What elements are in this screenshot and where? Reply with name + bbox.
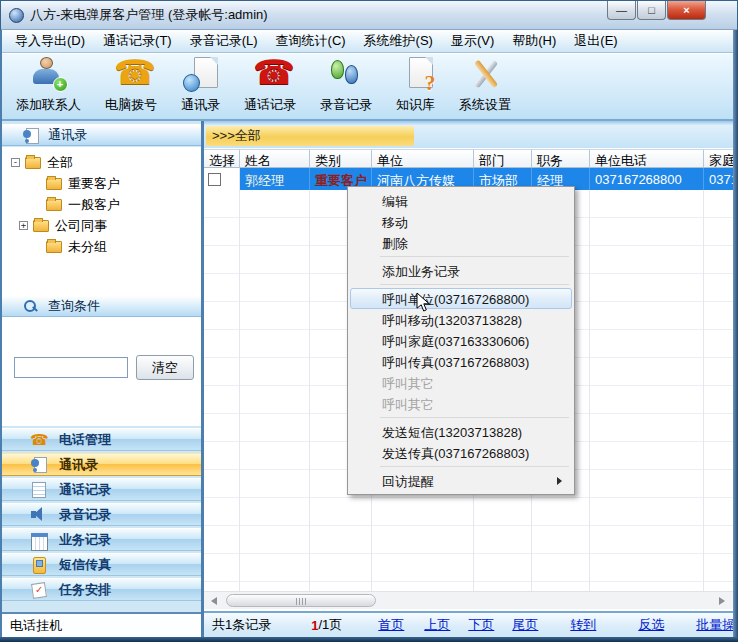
toolbar-computer-dial[interactable]: 电脑拨号 [105,56,157,114]
context-menu: 编辑 移动 删除 添加业务记录 呼叫单位(037167268800) 呼叫移动(… [347,186,575,495]
folder-icon [33,220,49,232]
menu-call-records[interactable]: 通话记录(T) [94,29,181,53]
tree-item-colleagues[interactable]: + 公司同事 [9,215,201,236]
table-grid-column [240,190,310,591]
row-checkbox[interactable] [208,173,221,186]
table-grid-column [204,190,240,591]
menu-system-maintenance[interactable]: 系统维护(S) [355,29,442,53]
pager-batch-operations[interactable]: 批量操作 [696,616,738,634]
menu-item-call-other-1: 呼叫其它 [350,372,572,393]
contacts-tree: - 全部 重要客户 一般客户 + 公司同事 未分 [2,147,201,295]
row-select-cell [204,168,240,190]
toolbar-call-log[interactable]: 通话记录 [244,56,296,114]
pager-goto[interactable]: 转到 [570,616,596,634]
sidebar-item-address-book[interactable]: 通讯录 [2,453,201,476]
column-select[interactable]: 选择 [204,150,240,167]
minimize-button[interactable]: — [607,1,636,20]
close-button[interactable]: × [667,1,706,20]
menu-item-send-sms[interactable]: 发送短信(13203713828) [350,421,572,442]
clear-button[interactable]: 清空 [136,355,194,380]
menu-item-call-work[interactable]: 呼叫单位(037167268800) [350,288,572,309]
maximize-button[interactable]: □ [637,1,666,20]
pager-last[interactable]: 尾页 [512,616,538,634]
column-work-phone[interactable]: 单位电话 [590,150,704,167]
tree-item-all[interactable]: - 全部 [9,152,201,173]
row-home-phone-cell: 037163330606 [704,168,733,190]
search-panel-title: 查询条件 [48,297,100,315]
phone-status: 电话挂机 [10,617,62,635]
scroll-left-icon[interactable] [207,594,221,608]
sidebar-item-business-record[interactable]: 业务记录 [2,528,201,551]
sidebar-nav: 电话管理 通讯录 通话记录 录音记录 业务记录 短信传真 [2,428,201,603]
column-name[interactable]: 姓名 [240,150,310,167]
menu-exit[interactable]: 退出(E) [565,29,626,53]
toolbar-add-contact[interactable]: 添加联系人 [16,56,81,114]
menu-item-followup-reminder[interactable]: 回访提醒 [350,470,572,491]
row-name-cell: 郭经理 [240,168,310,190]
address-book-icon [30,457,47,472]
menu-item-send-fax[interactable]: 发送传真(037167268803) [350,442,572,463]
app-window: 八方-来电弹屏客户管理 (登录帐号:admin) — □ × 导入导出(D) 通… [0,0,738,642]
sidebar-item-recording[interactable]: 录音记录 [2,503,201,526]
sidebar-item-task[interactable]: 任务安排 [2,578,201,601]
business-record-icon [30,532,47,547]
table-grid-column [704,190,733,591]
system-settings-icon [466,56,504,92]
pager-first[interactable]: 首页 [378,616,404,634]
task-icon [30,582,47,597]
menu-help[interactable]: 帮助(H) [503,29,565,53]
mouse-cursor [416,292,431,313]
folder-icon [46,241,62,253]
sidebar-item-phone-manage[interactable]: 电话管理 [2,428,201,451]
expand-icon[interactable]: + [19,221,28,230]
folder-icon [46,178,62,190]
menu-item-delete[interactable]: 删除 [350,232,572,253]
search-panel: 清空 [2,317,201,426]
toolbar-address-book[interactable]: 通讯录 [181,56,220,114]
computer-dial-icon [112,56,150,92]
pager-bar: 共1条记录 1 /1页 首页 上页 下页 尾页 转到 反选 批量操作 [204,611,733,637]
menu-item-call-mobile[interactable]: 呼叫移动(13203713828) [350,309,572,330]
pager-prev[interactable]: 上页 [424,616,450,634]
sidebar-item-sms-fax[interactable]: 短信传真 [2,553,201,576]
column-company[interactable]: 单位 [372,150,474,167]
toolbar-knowledge-base[interactable]: 知识库 [396,56,435,114]
column-job-title[interactable]: 职务 [532,150,590,167]
recording-icon [30,507,47,522]
pager-invert-selection[interactable]: 反选 [638,616,664,634]
toolbar-system-settings[interactable]: 系统设置 [459,56,511,114]
pager-next[interactable]: 下页 [468,616,494,634]
menu-item-add-business-record[interactable]: 添加业务记录 [350,260,572,281]
window-border [0,30,2,642]
folder-icon [46,199,62,211]
menu-item-move[interactable]: 移动 [350,211,572,232]
table-grid-column [590,190,704,591]
tree-item-general-customers[interactable]: 一般客户 [9,194,201,215]
scroll-right-icon[interactable] [714,594,728,608]
menu-item-call-home[interactable]: 呼叫家庭(037163330606) [350,330,572,351]
call-log-icon [30,482,47,497]
menu-query-stats[interactable]: 查询统计(C) [267,29,355,53]
scrollbar-thumb[interactable] [226,594,376,607]
collapse-icon[interactable]: - [11,158,20,167]
tree-item-ungrouped[interactable]: 未分组 [9,236,201,257]
menu-display[interactable]: 显示(V) [442,29,503,53]
current-page: 1 [311,618,318,633]
horizontal-scrollbar[interactable] [204,591,733,609]
column-department[interactable]: 部门 [474,150,532,167]
menu-recording-records[interactable]: 录音记录(L) [181,29,267,53]
toolbar-recording[interactable]: 录音记录 [320,56,372,114]
menu-item-call-fax[interactable]: 呼叫传真(037167268803) [350,351,572,372]
tree-item-important-customers[interactable]: 重要客户 [9,173,201,194]
page-total: /1页 [318,616,342,634]
search-icon [22,299,39,314]
sidebar-item-call-log[interactable]: 通话记录 [2,478,201,501]
column-home-phone[interactable]: 家庭电话 [704,150,733,167]
search-input[interactable] [14,357,128,378]
sidebar: 通讯录 - 全部 重要客户 一般客户 + 公司同事 [2,121,204,637]
add-contact-icon [30,56,68,92]
menu-item-edit[interactable]: 编辑 [350,190,572,211]
column-category[interactable]: 类别 [310,150,372,167]
menu-import-export[interactable]: 导入导出(D) [6,29,94,53]
window-border [733,30,738,642]
